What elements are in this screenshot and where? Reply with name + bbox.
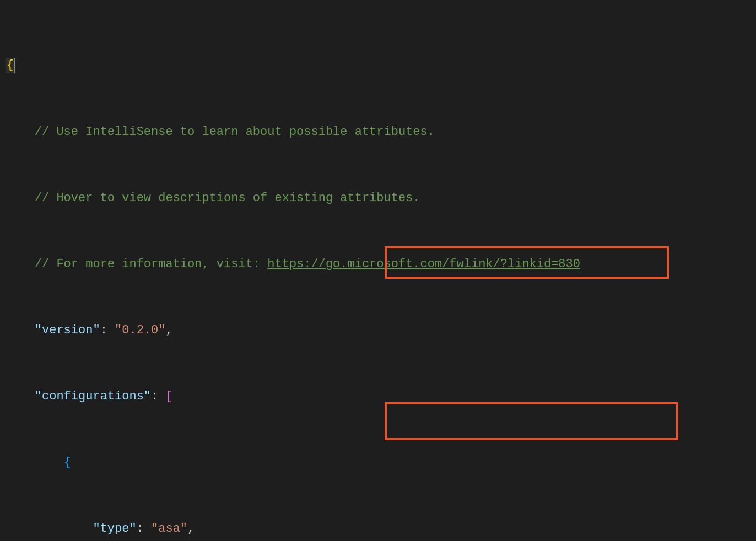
json-key: "type" — [93, 522, 136, 535]
code-line: "version": "0.2.0", — [6, 320, 756, 342]
brace-match-marker: { — [6, 58, 15, 73]
json-value: "asa" — [151, 522, 187, 535]
code-line: { — [6, 55, 756, 77]
comment-link[interactable]: https://go.microsoft.com/fwlink/?linkid=… — [267, 257, 580, 271]
brace-icon: { — [64, 456, 71, 469]
bracket-icon: [ — [165, 389, 172, 403]
code-line: "type": "asa", — [6, 518, 756, 540]
code-line: { — [6, 452, 756, 474]
comment-text: // For more information, visit: — [6, 257, 267, 271]
code-line: // For more information, visit: https://… — [6, 253, 756, 275]
code-editor[interactable]: { // Use IntelliSense to learn about pos… — [0, 0, 756, 541]
json-key: "version" — [35, 323, 100, 337]
annotation-highlight-box — [385, 402, 678, 440]
comment-text: // Use IntelliSense to learn about possi… — [6, 125, 435, 139]
code-line: "configurations": [ — [6, 386, 756, 408]
json-value: "0.2.0" — [115, 323, 165, 337]
code-line: // Hover to view descriptions of existin… — [6, 187, 756, 209]
json-key: "configurations" — [35, 389, 151, 403]
code-line: // Use IntelliSense to learn about possi… — [6, 121, 756, 143]
comment-text: // Hover to view descriptions of existin… — [6, 191, 420, 205]
